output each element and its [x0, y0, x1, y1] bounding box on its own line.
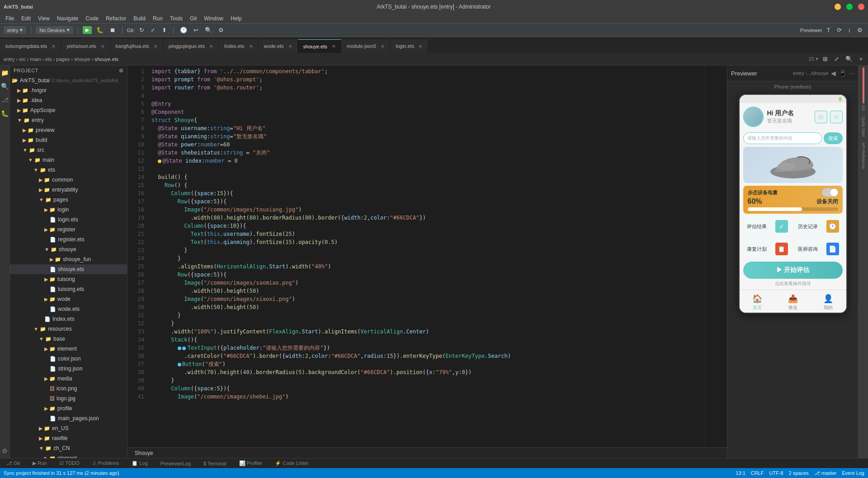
git-refresh-button[interactable]: ↻: [137, 26, 146, 34]
settings-activity-icon[interactable]: ⚙: [0, 445, 9, 456]
tab-close-icon[interactable]: ✕: [332, 44, 335, 49]
git-icon[interactable]: ⎇: [0, 94, 10, 105]
code-editor[interactable]: 12345 678910 1112131415 1617181920 21222…: [127, 66, 727, 458]
tree-index-ets[interactable]: 📄 Index.ets: [10, 314, 127, 324]
start-evaluation-button[interactable]: ▶ 开始评估: [743, 262, 843, 279]
debug-button[interactable]: 🐛: [94, 26, 105, 34]
stop-button[interactable]: ⏹: [108, 26, 118, 34]
tree-element1[interactable]: ▶ 📁 element: [10, 344, 127, 354]
menu-run[interactable]: Run: [149, 14, 166, 23]
tree-preview[interactable]: ▶ 📁 preview: [10, 125, 127, 135]
menu-navigate[interactable]: Navigate: [53, 14, 82, 23]
zoom-in-button[interactable]: +: [857, 55, 864, 63]
menu-git[interactable]: Git: [186, 14, 200, 23]
toolbar-icon-4[interactable]: ⚙: [855, 26, 864, 34]
tree-en-us[interactable]: ▶ 📁 en_US: [10, 423, 127, 433]
previewer-strip-icon[interactable]: [863, 67, 864, 103]
tree-wode-ets[interactable]: 📄 wode.ets: [10, 304, 127, 314]
menu-refactor[interactable]: Refactor: [102, 14, 130, 23]
minimize-button[interactable]: [835, 4, 841, 10]
tree-element2[interactable]: ▶ 📁 element: [10, 453, 127, 458]
nav-push[interactable]: 📤 推送: [775, 290, 811, 313]
tab-close-icon[interactable]: ✕: [101, 44, 104, 49]
menu-help[interactable]: Help: [227, 14, 245, 23]
menu-code[interactable]: Code: [82, 14, 102, 23]
project-settings-icon[interactable]: ⚙: [119, 68, 124, 74]
evaluation-button[interactable]: 评估结果 ✓: [743, 216, 792, 236]
tab-indexets[interactable]: Index.ets ✕: [219, 39, 259, 53]
maximize-button[interactable]: [846, 4, 853, 10]
tab-kangfujihua[interactable]: kangfujihua.ets ✕: [110, 39, 163, 53]
tab-problems[interactable]: ⚠ Problems: [90, 459, 122, 467]
tree-main-pages-json[interactable]: 📄 main_pages.json: [10, 413, 127, 423]
split-editor-button[interactable]: ⊞: [821, 55, 830, 63]
rehab-button[interactable]: 康复计划 📋: [743, 239, 792, 259]
zoom-out-button[interactable]: 🔍: [844, 55, 854, 63]
tab-wode[interactable]: wode.ets ✕: [259, 39, 298, 53]
tab-codelinter[interactable]: ⚡ Code Linter: [272, 459, 311, 467]
scan-icon[interactable]: ⊞: [815, 111, 827, 123]
tab-close-icon[interactable]: ✕: [288, 44, 292, 49]
tree-pages[interactable]: ▼ 📁 pages: [10, 195, 127, 205]
tree-rawfile[interactable]: ▶ 📁 rawfile: [10, 433, 127, 443]
tab-login[interactable]: login.ets ✕: [390, 39, 428, 53]
previewer-device-toggle[interactable]: 📱: [839, 70, 846, 77]
tree-appscope[interactable]: ▶ 📁 AppScope: [10, 105, 127, 115]
tab-profiler[interactable]: 📊 Profiler: [236, 459, 265, 467]
tree-media[interactable]: ▶ 📁 media: [10, 374, 127, 384]
menu-window[interactable]: Window: [200, 14, 227, 23]
clock-button[interactable]: 🕐: [178, 26, 189, 34]
undo-button[interactable]: ↩: [192, 26, 200, 34]
tree-shouye-fun[interactable]: ▶ 📁 shouye_fun: [10, 254, 127, 264]
tree-main[interactable]: ▼ 📁 main: [10, 155, 127, 165]
nav-profile[interactable]: 👤 我的: [811, 290, 846, 313]
toolbar-icon-2[interactable]: ⟳: [835, 26, 844, 34]
tab-close-icon[interactable]: ✕: [154, 44, 157, 49]
tree-base[interactable]: ▼ 📁 base: [10, 334, 127, 344]
tab-git[interactable]: ⎇ Git: [4, 459, 23, 467]
tree-register-folder[interactable]: ▶ 📁 register: [10, 225, 127, 234]
tree-hvigor[interactable]: ▶ 📁 .hvigor: [10, 85, 127, 95]
tree-login-ets[interactable]: 📄 login.ets: [10, 215, 127, 225]
menu-file[interactable]: File: [2, 14, 18, 23]
doctor-button[interactable]: 医师咨询 📄: [794, 239, 843, 259]
nav-home[interactable]: 🏠 首页: [740, 290, 775, 313]
tab-close-icon[interactable]: ✕: [419, 44, 422, 49]
close-button[interactable]: [858, 4, 864, 10]
toolbar-icon-1[interactable]: T: [825, 26, 832, 34]
tree-entry[interactable]: ▼ 📁 entry: [10, 115, 127, 125]
no-devices-dropdown[interactable]: No Devices ▾: [36, 26, 73, 34]
tree-tuisong-ets[interactable]: 📄 tuisong.ets: [10, 284, 127, 294]
menu-edit[interactable]: Edit: [18, 14, 34, 23]
phone-search-input[interactable]: 请输入您所需要的内容: [743, 132, 822, 144]
tree-string-json1[interactable]: 📄 string.json: [10, 364, 127, 374]
tree-login-folder[interactable]: ▶ 📁 login: [10, 205, 127, 215]
tree-zh-cn[interactable]: ▼ 📁 zh_CN: [10, 443, 127, 453]
tab-close-icon[interactable]: ✕: [249, 44, 253, 49]
tree-register-ets[interactable]: 📄 register.ets: [10, 234, 127, 244]
tree-color-json[interactable]: 📄 color.json: [10, 354, 127, 364]
settings-button[interactable]: ⚙: [217, 26, 226, 34]
tab-shouye[interactable]: shouye.ets ✕: [298, 39, 341, 53]
debug-icon[interactable]: 🐛: [0, 108, 10, 119]
tree-idea[interactable]: ▶ 📁 .idea: [10, 95, 127, 105]
tree-icon-png[interactable]: 🖼 icon.png: [10, 384, 127, 394]
device-power-toggle[interactable]: [822, 188, 838, 197]
tree-entryability[interactable]: ▶ 📁 entryability: [10, 185, 127, 195]
menu-view[interactable]: View: [34, 14, 53, 23]
previewer-more-options[interactable]: ···: [849, 70, 854, 77]
tab-close-icon[interactable]: ✕: [381, 44, 384, 49]
tree-shouye-folder[interactable]: ▼ 📁 shouye: [10, 244, 127, 254]
tree-build[interactable]: ▶ 📁 build: [10, 135, 127, 145]
message-icon[interactable]: ✉: [830, 111, 843, 123]
tab-log[interactable]: 📋 Log: [129, 459, 150, 467]
tree-logo-jpg[interactable]: 🖼 logo.jpg: [10, 394, 127, 403]
menu-tools[interactable]: Tools: [166, 14, 186, 23]
previewer-nav-back[interactable]: ◀: [831, 70, 836, 77]
phone-search-button[interactable]: 搜索: [824, 132, 843, 144]
tab-modulejson5[interactable]: module.json5 ✕: [341, 39, 390, 53]
toolbar-icon-3[interactable]: ↕: [846, 26, 853, 34]
tab-pinggujieguo[interactable]: pinggujieguo.ets ✕: [163, 39, 219, 53]
tree-profile[interactable]: ▶ 📁 profile: [10, 403, 127, 413]
history-button[interactable]: 历史记录 🕐: [794, 216, 843, 236]
